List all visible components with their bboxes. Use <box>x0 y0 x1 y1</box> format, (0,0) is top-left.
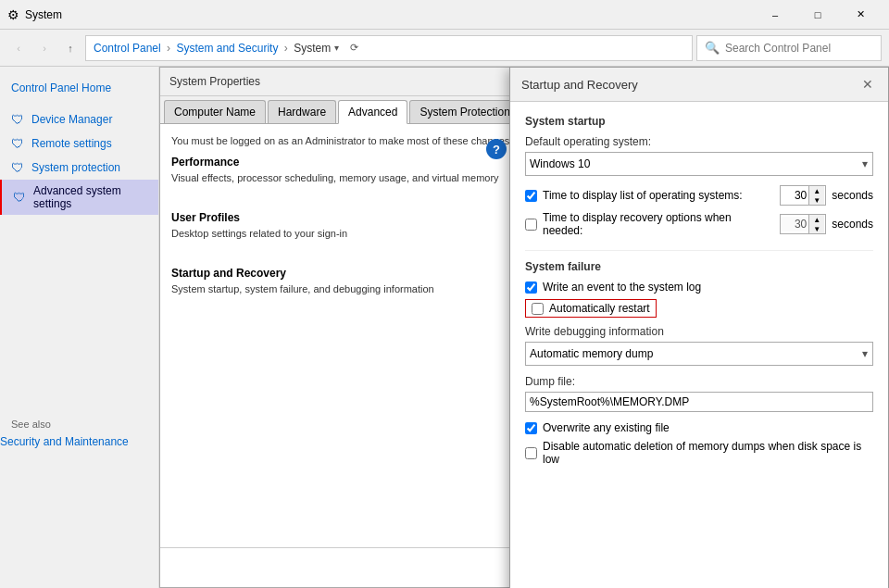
forward-button[interactable]: › <box>33 37 56 59</box>
dump-file-input[interactable] <box>525 392 873 412</box>
time-display-input[interactable] <box>781 188 808 203</box>
system-startup-label: System startup <box>525 115 873 128</box>
back-button[interactable]: ‹ <box>7 37 30 59</box>
overwrite-label: Overwrite any existing file <box>543 421 670 434</box>
auto-restart-checkbox[interactable] <box>532 303 544 315</box>
see-also-label: See also <box>0 407 158 433</box>
sr-content: System startup Default operating system:… <box>510 102 888 484</box>
title-bar: ⚙ System – □ ✕ <box>0 0 889 30</box>
default-os-label: Default operating system: <box>525 135 873 148</box>
spin-down-2[interactable]: ▼ <box>809 224 824 233</box>
breadcrumb-system-security[interactable]: System and Security <box>176 42 278 55</box>
see-also-security-maintenance[interactable]: Security and Maintenance <box>0 433 158 450</box>
auto-restart-label: Automatically restart <box>549 302 650 315</box>
sidebar-item-advanced-settings[interactable]: 🛡 Advanced system settings <box>0 180 158 215</box>
breadcrumb-text: Control Panel › System and Security › Sy… <box>94 42 331 55</box>
sidebar-home[interactable]: Control Panel Home <box>0 76 158 100</box>
seconds-label-1: seconds <box>832 189 873 202</box>
main-container: Control Panel Home 🛡 Device Manager 🛡 Re… <box>0 67 889 588</box>
seconds-label-2: seconds <box>832 218 873 231</box>
disable-auto-label: Disable automatic deletion of memory dum… <box>543 440 873 466</box>
modal-overlay: Startup and Recovery ✕ System startup De… <box>159 67 889 588</box>
breadcrumb-dropdown-arrow[interactable]: ▾ <box>334 43 339 53</box>
window-icon: ⚙ <box>7 7 19 22</box>
auto-restart-row: Automatically restart <box>525 299 657 318</box>
content-area: View basic information about your comput… <box>159 67 889 588</box>
default-os-select-wrapper: Windows 10 <box>525 152 873 176</box>
spinbox-arrows-2: ▲ ▼ <box>808 215 824 233</box>
shield-icon: 🛡 <box>11 112 24 127</box>
window-title: System <box>25 8 62 21</box>
sidebar-item-label: Device Manager <box>31 113 112 126</box>
shield-icon: 🛡 <box>13 190 26 205</box>
spinbox-arrows: ▲ ▼ <box>808 186 824 205</box>
debug-dropdown[interactable]: Automatic memory dump <box>525 342 873 366</box>
system-failure-label: System failure <box>525 260 873 273</box>
debug-select-wrapper: Automatic memory dump <box>525 342 873 366</box>
startup-recovery-dialog: Startup and Recovery ✕ System startup De… <box>509 67 889 588</box>
sidebar-item-system-protection[interactable]: 🛡 System protection <box>0 156 158 180</box>
write-debug-label: Write debugging information <box>525 325 873 338</box>
spin-down-1[interactable]: ▼ <box>809 195 824 205</box>
close-button[interactable]: ✕ <box>839 0 882 30</box>
disable-auto-checkbox[interactable] <box>525 447 537 459</box>
search-icon: 🔍 <box>705 41 720 55</box>
sidebar-item-label: Remote settings <box>31 137 112 150</box>
search-input[interactable] <box>725 42 873 55</box>
sidebar-item-label: System protection <box>31 161 120 174</box>
minimize-button[interactable]: – <box>754 0 796 30</box>
sidebar-nav: 🛡 Device Manager 🛡 Remote settings 🛡 Sys… <box>0 107 158 215</box>
write-event-label: Write an event to the system log <box>543 281 701 294</box>
recovery-options-checkbox[interactable] <box>525 219 537 231</box>
sidebar-item-label: Advanced system settings <box>33 184 147 210</box>
section-divider <box>525 250 873 251</box>
sidebar: Control Panel Home 🛡 Device Manager 🛡 Re… <box>0 67 159 588</box>
write-event-checkbox[interactable] <box>525 281 537 294</box>
overwrite-row: Overwrite any existing file <box>525 421 873 434</box>
search-bar: 🔍 <box>696 35 882 61</box>
time-display-spinbox: ▲ ▼ <box>780 185 826 206</box>
recovery-options-label: Time to display recovery options when ne… <box>543 211 774 237</box>
default-os-select[interactable]: Windows 10 <box>525 152 873 176</box>
recovery-spinbox: ▲ ▼ <box>780 214 826 234</box>
auto-restart-container: Automatically restart <box>525 299 873 318</box>
sr-close-button[interactable]: ✕ <box>858 75 877 94</box>
recovery-input[interactable] <box>781 217 808 231</box>
sr-title-bar: Startup and Recovery ✕ <box>510 68 888 102</box>
recovery-options-row: Time to display recovery options when ne… <box>525 211 873 237</box>
up-button[interactable]: ↑ <box>59 37 81 59</box>
address-bar: ‹ › ↑ Control Panel › System and Securit… <box>0 30 889 67</box>
breadcrumb: Control Panel › System and Security › Sy… <box>85 35 693 61</box>
spin-up-1[interactable]: ▲ <box>809 186 824 195</box>
disable-auto-row: Disable automatic deletion of memory dum… <box>525 440 873 466</box>
sidebar-item-remote-settings[interactable]: 🛡 Remote settings <box>0 131 158 156</box>
title-bar-controls: – □ ✕ <box>754 0 882 30</box>
breadcrumb-system: System <box>294 42 331 55</box>
breadcrumb-control-panel[interactable]: Control Panel <box>94 42 161 55</box>
time-display-row: Time to display list of operating system… <box>525 185 873 206</box>
spin-up-2[interactable]: ▲ <box>809 215 824 224</box>
overwrite-checkbox[interactable] <box>525 422 537 434</box>
time-display-checkbox[interactable] <box>525 190 537 202</box>
maximize-button[interactable]: □ <box>796 0 839 30</box>
sr-dialog-title: Startup and Recovery <box>521 78 638 92</box>
shield-icon: 🛡 <box>11 136 24 151</box>
time-display-label: Time to display list of operating system… <box>543 189 774 202</box>
dump-file-label: Dump file: <box>525 375 873 388</box>
refresh-button[interactable]: ⟳ <box>343 37 365 59</box>
sidebar-item-device-manager[interactable]: 🛡 Device Manager <box>0 107 158 131</box>
shield-icon: 🛡 <box>11 160 24 175</box>
write-event-row: Write an event to the system log <box>525 281 873 294</box>
